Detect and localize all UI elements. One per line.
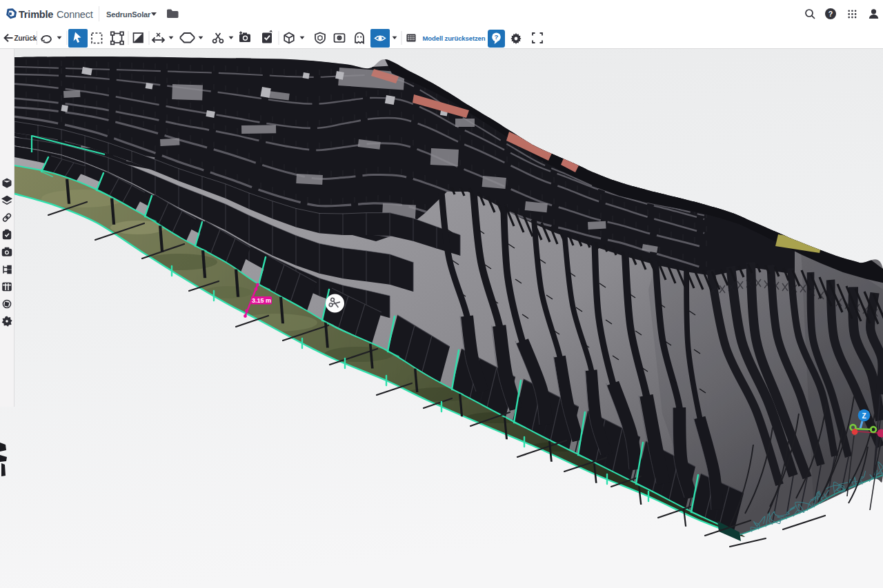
svg-text:Z: Z [862,412,866,420]
svg-text:Zurück: Zurück [14,34,37,42]
svg-text:3.15 m: 3.15 m [252,297,271,304]
svg-text:Modell zurücksetzen: Modell zurücksetzen [423,34,486,42]
svg-text:?: ? [829,10,833,18]
svg-text:?: ? [495,33,499,41]
